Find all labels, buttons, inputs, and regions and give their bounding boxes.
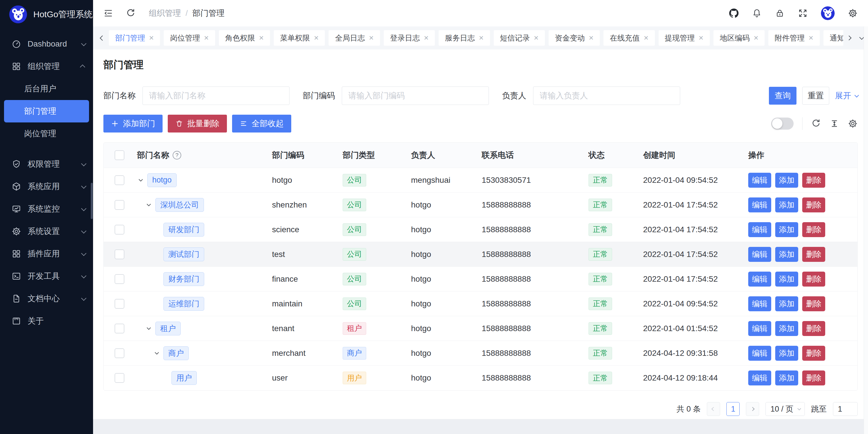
tab-close-icon[interactable] xyxy=(589,34,593,42)
edit-button[interactable]: 编辑 xyxy=(748,222,771,237)
prev-page-button[interactable] xyxy=(707,402,720,416)
tab-close-icon[interactable] xyxy=(699,34,704,42)
filter-input[interactable] xyxy=(533,87,680,105)
page-size-select[interactable]: 10 / 页 xyxy=(766,402,805,416)
row-checkbox[interactable] xyxy=(115,348,124,358)
row-checkbox[interactable] xyxy=(115,250,124,259)
row-checkbox[interactable] xyxy=(115,299,124,309)
delete-button[interactable]: 删除 xyxy=(802,321,825,336)
tab[interactable]: 岗位管理 xyxy=(164,30,215,46)
add-button[interactable]: 添加 xyxy=(775,271,798,287)
select-all-checkbox[interactable] xyxy=(115,150,124,160)
delete-button[interactable]: 删除 xyxy=(802,346,825,361)
reset-button[interactable]: 重置 xyxy=(802,87,829,105)
tab[interactable]: 短信记录 xyxy=(494,30,545,46)
sidebar-item-post-manage[interactable]: 岗位管理 xyxy=(0,122,93,145)
tab[interactable]: 登录日志 xyxy=(384,30,435,46)
tab[interactable]: 服务日志 xyxy=(439,30,490,46)
tab[interactable]: 通知公告 xyxy=(824,30,843,46)
row-checkbox[interactable] xyxy=(115,274,124,284)
sidebar-item-doc-center[interactable]: 文档中心 xyxy=(0,287,93,310)
add-button[interactable]: 添加 xyxy=(775,346,798,361)
dept-name-tag[interactable]: 测试部门 xyxy=(163,248,204,261)
next-page-button[interactable] xyxy=(746,402,759,416)
notification-bell-icon[interactable] xyxy=(752,8,762,18)
tab[interactable]: 附件管理 xyxy=(768,30,819,46)
add-button[interactable]: 添加 xyxy=(775,296,798,311)
github-icon[interactable] xyxy=(729,8,739,18)
user-avatar[interactable] xyxy=(821,6,835,20)
refresh-icon[interactable] xyxy=(126,8,135,18)
delete-button[interactable]: 删除 xyxy=(802,247,825,262)
add-button[interactable]: 添加 xyxy=(775,247,798,262)
breadcrumb-parent[interactable]: 组织管理 xyxy=(149,8,181,19)
reload-table-icon[interactable] xyxy=(811,119,821,128)
expand-row-icon[interactable] xyxy=(145,325,153,332)
tab[interactable]: 在线充值 xyxy=(603,30,655,46)
dept-name-tag[interactable]: 商户 xyxy=(163,346,189,360)
edit-button[interactable]: 编辑 xyxy=(748,321,771,336)
page-scrollbar-track[interactable] xyxy=(864,26,868,434)
delete-button[interactable]: 删除 xyxy=(802,271,825,287)
jump-to-input[interactable] xyxy=(833,402,858,416)
delete-button[interactable]: 删除 xyxy=(802,371,825,385)
column-settings-icon[interactable] xyxy=(848,119,858,128)
dept-name-tag[interactable]: 用户 xyxy=(172,371,197,385)
help-icon[interactable] xyxy=(173,151,181,160)
sidebar-item-sys-config[interactable]: 系统设置 xyxy=(0,220,93,242)
tab[interactable]: 地区编码 xyxy=(713,30,765,46)
expand-filters-link[interactable]: 展开 xyxy=(835,90,858,101)
tab-close-icon[interactable] xyxy=(479,34,484,42)
tab-close-icon[interactable] xyxy=(809,34,813,42)
edit-button[interactable]: 编辑 xyxy=(748,173,771,188)
tabs-scroll-right-icon[interactable] xyxy=(847,36,851,40)
tab-close-icon[interactable] xyxy=(644,34,648,42)
sidebar-item-dept-manage[interactable]: 部门管理 xyxy=(4,100,89,122)
edit-button[interactable]: 编辑 xyxy=(748,371,771,385)
tab[interactable]: 角色权限 xyxy=(219,30,270,46)
delete-button[interactable]: 删除 xyxy=(802,222,825,237)
collapse-all-button[interactable]: 全部收起 xyxy=(232,115,291,133)
add-button[interactable]: 添加 xyxy=(775,198,798,212)
edit-button[interactable]: 编辑 xyxy=(748,198,771,212)
sidebar-item-sys-monitor[interactable]: 系统监控 xyxy=(0,198,93,220)
dept-name-tag[interactable]: 租户 xyxy=(155,322,181,336)
tab[interactable]: 部门管理 xyxy=(109,30,160,46)
tab-close-icon[interactable] xyxy=(204,34,209,42)
edit-button[interactable]: 编辑 xyxy=(748,271,771,287)
add-button[interactable]: 添加 xyxy=(775,173,798,188)
sidebar-scrollbar-thumb[interactable] xyxy=(91,183,93,219)
tab-close-icon[interactable] xyxy=(149,34,154,42)
add-button[interactable]: 添加 xyxy=(775,371,798,385)
tab-close-icon[interactable] xyxy=(424,34,429,42)
sidebar-item-dashboard[interactable]: Dashboard xyxy=(0,33,93,55)
stripe-toggle[interactable] xyxy=(771,118,794,129)
tab[interactable]: 提现管理 xyxy=(659,30,710,46)
tab[interactable]: 菜单权限 xyxy=(274,30,325,46)
expand-row-icon[interactable] xyxy=(145,201,153,209)
tab-close-icon[interactable] xyxy=(534,34,538,42)
sidebar-item-admin-users[interactable]: 后台用户 xyxy=(0,78,93,100)
sidebar-item-addon-apps[interactable]: 插件应用 xyxy=(0,242,93,265)
lock-screen-icon[interactable] xyxy=(775,8,785,18)
dept-name-tag[interactable]: 财务部门 xyxy=(163,272,204,286)
tab-close-icon[interactable] xyxy=(754,34,758,42)
row-checkbox[interactable] xyxy=(115,225,124,234)
expand-row-icon[interactable] xyxy=(137,176,145,184)
dept-name-tag[interactable]: hotgo xyxy=(147,173,177,187)
dept-name-tag[interactable]: 深圳总公司 xyxy=(155,198,204,212)
sidebar-item-dev-tools[interactable]: 开发工具 xyxy=(0,265,93,287)
delete-button[interactable]: 删除 xyxy=(802,173,825,188)
sidebar-item-about[interactable]: 关于 xyxy=(0,310,93,332)
row-checkbox[interactable] xyxy=(115,200,124,210)
tab[interactable]: 全局日志 xyxy=(329,30,380,46)
app-logo[interactable]: HotGo管理系统 xyxy=(0,0,93,29)
delete-button[interactable]: 删除 xyxy=(802,198,825,212)
settings-gear-icon[interactable] xyxy=(848,8,858,18)
delete-button[interactable]: 删除 xyxy=(802,296,825,311)
tab[interactable]: 资金变动 xyxy=(549,30,600,46)
tab-close-icon[interactable] xyxy=(369,34,373,42)
menu-fold-icon[interactable] xyxy=(103,8,113,18)
edit-button[interactable]: 编辑 xyxy=(748,247,771,262)
dept-name-tag[interactable]: 研发部门 xyxy=(163,223,204,236)
